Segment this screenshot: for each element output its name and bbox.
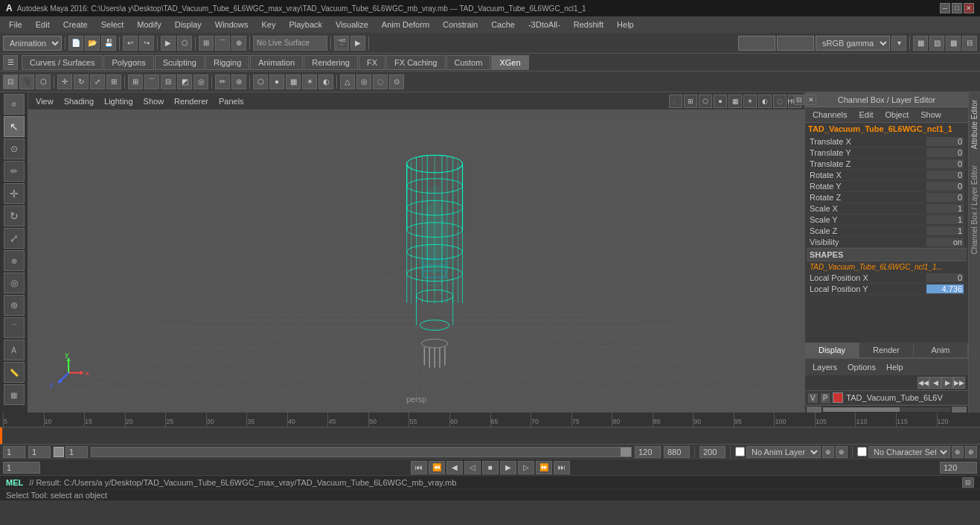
snap-grid-button[interactable]: ⊞ — [199, 36, 214, 51]
ipr-button[interactable]: ▶ — [350, 36, 365, 51]
layout-button1[interactable]: ▦ — [913, 36, 928, 51]
attr-value-sx[interactable]: 1 — [926, 204, 964, 213]
universal-btn[interactable]: ⊞ — [106, 74, 121, 89]
anim-layer-dropdown[interactable]: No Anim Layer — [746, 446, 821, 458]
scroll-right-btn[interactable] — [952, 407, 967, 413]
attr-editor-tab[interactable]: Attribute Editor — [969, 95, 980, 153]
attr-row-ry[interactable]: Rotate Y 0 — [807, 181, 967, 192]
tab-animation[interactable]: Animation — [250, 55, 303, 70]
layout-button4[interactable]: ⊟ — [962, 36, 977, 51]
playback-goto-start[interactable]: ⏮ — [411, 461, 427, 474]
menu-modify[interactable]: Modify — [131, 19, 167, 31]
tab-render[interactable]: Render — [859, 343, 914, 357]
select-button[interactable]: ▶ — [161, 36, 176, 51]
move-btn[interactable]: ✛ — [57, 74, 72, 89]
show-manips-btn[interactable]: ⊛ — [231, 74, 246, 89]
redo-button[interactable]: ↪ — [139, 36, 154, 51]
attr-value-tx[interactable]: 0 — [926, 137, 964, 146]
attr-value-sz[interactable]: 1 — [926, 226, 964, 235]
ch-object-menu[interactable]: Object — [880, 109, 913, 121]
shapes-section-header[interactable]: SHAPES — [807, 248, 967, 261]
menu-redshift[interactable]: Redshift — [568, 19, 609, 31]
rotate-tool-icon[interactable]: ↻ — [4, 206, 25, 226]
shadow-btn[interactable]: ◐ — [318, 74, 333, 89]
playback-play-fwd[interactable]: ▶ — [500, 461, 516, 474]
tab-fx-caching[interactable]: FX Caching — [386, 55, 445, 70]
char-set-btn2[interactable]: ⊕ — [965, 446, 977, 458]
tab-xgen[interactable]: XGen — [491, 55, 528, 70]
ch-show-menu[interactable]: Show — [916, 109, 946, 121]
right-panel-scrollbar[interactable] — [805, 405, 968, 413]
layer-v-btn[interactable]: V — [808, 393, 818, 403]
layer-help-menu[interactable]: Help — [882, 361, 908, 373]
curve-cv-icon[interactable]: ⌒ — [4, 317, 25, 338]
scale-tool-icon[interactable]: ⤢ — [4, 228, 25, 249]
menu-edit[interactable]: Edit — [30, 19, 56, 31]
channel-box-strip-tab[interactable]: Channel Box / Layer Editor — [969, 161, 980, 259]
start-frame-input[interactable] — [3, 446, 25, 458]
vp-smooth-toggle[interactable]: ● — [714, 95, 727, 108]
snap-grid-btn2[interactable]: ⊞ — [128, 74, 143, 89]
menu-3dto[interactable]: -3DtoAll- — [522, 19, 566, 31]
menu-display[interactable]: Display — [169, 19, 208, 31]
menu-cache[interactable]: Cache — [485, 19, 521, 31]
attr-row-tz[interactable]: Translate Z 0 — [807, 159, 967, 170]
polycount-btn[interactable]: △ — [340, 74, 355, 89]
playback-goto-end[interactable]: ⏭ — [554, 461, 570, 474]
script-editor-btn[interactable]: ⊟ — [962, 477, 974, 488]
layer-nav-prev[interactable]: ◀ — [929, 377, 941, 389]
vp-menu-lighting[interactable]: Lighting — [100, 95, 138, 107]
layer-p-btn[interactable]: P — [821, 393, 830, 403]
vp-texture-toggle[interactable]: ▦ — [728, 95, 742, 108]
ch-edit-menu[interactable]: Edit — [854, 109, 877, 121]
tab-rendering[interactable]: Rendering — [304, 55, 358, 70]
panel-close-btn[interactable]: ✕ — [806, 95, 816, 105]
save-file-button[interactable]: 💾 — [101, 36, 116, 51]
snap-curve-btn2[interactable]: ⌒ — [144, 74, 159, 89]
attr-row-sz[interactable]: Scale Z 1 — [807, 226, 967, 237]
paint-select-icon[interactable]: ✏ — [4, 161, 25, 182]
snap-surface-btn[interactable]: ◩ — [177, 74, 192, 89]
measure-icon[interactable]: 📏 — [4, 362, 25, 383]
attr-row-sx[interactable]: Scale X 1 — [807, 203, 967, 214]
quad-draw-icon[interactable]: ▦ — [4, 384, 25, 405]
attr-row-lpx[interactable]: Local Position X 0 — [807, 273, 967, 284]
tab-rigging[interactable]: Rigging — [205, 55, 249, 70]
mode-dropdown[interactable]: Animation — [3, 36, 62, 51]
move-tool-icon[interactable]: ✛ — [4, 183, 25, 204]
char-set-checkbox[interactable] — [857, 447, 867, 456]
attr-value-ry[interactable]: 0 — [926, 182, 964, 191]
tab-anim[interactable]: Anim — [914, 343, 968, 357]
paint-btn[interactable]: ✏ — [215, 74, 230, 89]
anim-layer-btn[interactable]: ⊕ — [822, 446, 834, 458]
layer-layers-menu[interactable]: Layers — [808, 361, 842, 373]
snap-view-btn[interactable]: ⊟ — [161, 74, 176, 89]
attr-row-rz[interactable]: Rotate Z 0 — [807, 192, 967, 203]
universal-manip-icon[interactable]: ⊕ — [4, 250, 25, 271]
vp-menu-renderer[interactable]: Renderer — [170, 95, 213, 107]
wireframe-btn[interactable]: ⬡ — [253, 74, 268, 89]
soft-modification-icon[interactable]: ◎ — [4, 273, 25, 293]
menu-windows[interactable]: Windows — [209, 19, 254, 31]
sidebar-toggle-button[interactable]: ☰ — [3, 55, 18, 70]
vp-menu-panels[interactable]: Panels — [214, 95, 249, 107]
layer-item[interactable]: V P TAD_Vacuum_Tube_6L6V — [805, 391, 968, 405]
tab-fx[interactable]: FX — [359, 55, 385, 70]
tab-custom[interactable]: Custom — [446, 55, 491, 70]
vp-wireframe-toggle[interactable]: ⬡ — [699, 95, 712, 108]
playback-prev-key[interactable]: ◀ — [446, 461, 463, 474]
scroll-thumb[interactable] — [823, 407, 900, 412]
attr-row-rx[interactable]: Rotate X 0 — [807, 170, 967, 181]
tab-sculpting[interactable]: Sculpting — [155, 55, 205, 70]
maximize-button[interactable]: □ — [952, 3, 962, 13]
vp-grid-toggle[interactable]: ⊞ — [684, 95, 697, 108]
vp-cam-selector[interactable]: 🎥 — [669, 95, 682, 108]
attr-value-tz[interactable]: 0 — [926, 159, 964, 168]
viewport-panel[interactable]: View Shading Lighting Show Renderer Pane… — [28, 92, 804, 413]
attr-value-rz[interactable]: 0 — [926, 193, 964, 202]
anim-layer-checkbox[interactable] — [735, 447, 745, 456]
tab-polygons[interactable]: Polygons — [103, 55, 153, 70]
lasso-button[interactable]: ⬡ — [177, 36, 192, 51]
current-frame-input[interactable] — [28, 446, 51, 458]
menu-key[interactable]: Key — [255, 19, 281, 31]
